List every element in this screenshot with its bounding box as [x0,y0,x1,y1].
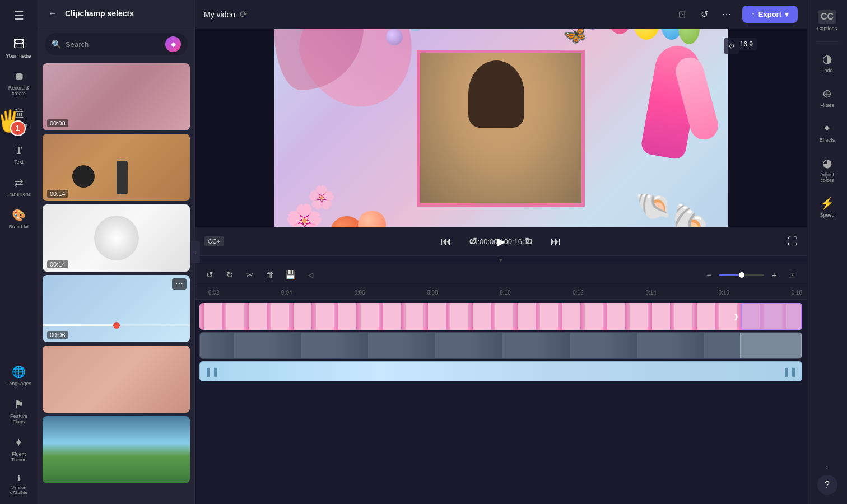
track-audio[interactable]: ❚❚ ❚❚ [199,361,802,381]
effects-icon: ✦ [822,122,832,135]
back-button[interactable]: ← [45,6,61,21]
left-sidebar: ☰ 🎞 Your media ⏺ Record &create 🏛 Conten… [0,0,38,504]
search-bar: 🔍 ◆ [45,33,188,55]
timecode: 00:00:00 / 00:16:10 [469,237,532,246]
right-panel-speed[interactable]: ⚡ Speed [809,191,845,223]
preview-settings-button[interactable]: ⚙ [724,38,739,54]
filters-label: Filters [820,102,834,108]
right-panel-captions[interactable]: CC Captions [809,4,845,37]
adjust-colors-icon: ◕ [822,156,832,170]
zoom-slider[interactable] [719,274,764,276]
right-panel-adjust-colors[interactable]: ◕ Adjustcolors [809,151,845,189]
right-panel-effects[interactable]: ✦ Effects [809,116,845,148]
ruler-mark-0: 0:02 [208,290,219,296]
speed-label: Speed [820,212,834,218]
media-item-5[interactable] [43,346,190,413]
sidebar-item-transitions[interactable]: ⇄ Transitions [2,171,36,202]
sync-icon[interactable]: ⟳ [240,9,247,20]
media-duration-2: 00:14 [47,190,68,198]
video-title: My video ⟳ [204,9,247,20]
export-label: Export [758,10,781,18]
timeline-collapse-button[interactable]: ▾ [195,256,807,264]
right-panel-collapse-arrow[interactable]: › [824,462,830,473]
preview-area: 🐚 🐚 🌸 🌸 🦋 [195,29,807,227]
ruler-mark-2: 0:06 [354,290,365,296]
fade-icon: ◑ [822,52,832,66]
sidebar-item-languages[interactable]: 🌐 Languages [2,361,36,391]
export-button[interactable]: ↑ Export ▾ [742,6,798,23]
fade-label: Fade [821,68,833,73]
right-panel-divider-1 [816,41,839,42]
right-panel: CC Captions ◑ Fade ⊕ Filters ✦ Effects ◕… [807,0,847,504]
zoom-fit-button[interactable]: ⊡ [784,267,800,283]
right-panel-fade[interactable]: ◑ Fade [809,46,845,79]
fluent-theme-icon: ✦ [14,436,24,449]
version-icon: ℹ [17,474,20,483]
ruler-mark-8: 0:18 [792,290,802,296]
right-panel-filters[interactable]: ⊕ Filters [809,81,845,114]
hamburger-button[interactable]: ☰ [2,4,36,27]
media-item-2[interactable]: 00:14 [43,134,190,201]
timeline-toolbar: ↺ ↻ ✂ 🗑 💾 ◁ − + ⊡ [195,264,807,286]
zoom-in-button[interactable]: + [766,267,782,283]
speed-icon: ⚡ [820,197,834,210]
timeline-back-button[interactable]: ◁ [302,267,318,283]
crop-tool-button[interactable]: ⊡ [673,6,691,24]
media-grid: 00:08 00:14 00:14 ⋯ 00:06 [38,61,194,504]
premium-badge[interactable]: ◆ [165,36,181,52]
sidebar-item-version[interactable]: ℹ Versiond72b9de [2,469,36,500]
media-item-6[interactable] [43,416,190,483]
track-video[interactable] [199,332,802,359]
sidebar-item-fluent-theme[interactable]: ✦ FluentTheme [2,431,36,467]
ruler-mark-7: 0:16 [718,290,729,296]
timeline-redo-button[interactable]: ↻ [222,267,238,283]
more-options-button[interactable]: ⋯ [718,6,736,24]
panel-title: Clipchamp selects [65,9,134,18]
skip-end-button[interactable]: ⏭ [547,232,565,250]
filters-icon: ⊕ [822,87,832,100]
brand-kit-icon: 🎨 [12,208,26,222]
media-duration-3: 00:14 [47,260,68,268]
panel-collapse-handle[interactable]: › [191,241,200,263]
record-create-icon: ⏺ [13,70,25,83]
media-more-button[interactable]: ⋯ [172,278,187,290]
captions-icon: CC [818,10,836,24]
main-content: My video ⟳ ⊡ ↺ ⋯ ↑ Export ▾ [195,0,807,504]
video-title-text: My video [204,10,235,19]
undo-button[interactable]: ↺ [695,6,713,24]
media-item-4[interactable]: ⋯ 00:06 Add to timeline 🖐 2 [43,275,190,342]
ruler-mark-3: 0:08 [427,290,438,296]
media-item-3[interactable]: 00:14 [43,204,190,272]
timeline-ruler: 0:02 0:04 0:06 0:08 0:10 0:12 0:14 0:16 … [195,286,807,300]
sidebar-item-content-library[interactable]: 🏛 Contentlibrary 🖐 1 [2,103,36,138]
track-decoration[interactable]: ❱ [199,303,802,330]
sidebar-item-feature-flags[interactable]: ⚑ FeatureFlags [2,393,36,429]
ruler-mark-4: 0:10 [500,290,510,296]
search-input[interactable] [66,40,161,49]
export-dropdown-icon: ▾ [785,10,789,18]
timeline-cut-button[interactable]: ✂ [242,267,258,283]
sidebar-item-brand-kit[interactable]: 🎨 Brand kit [2,204,36,234]
timeline-save-button[interactable]: 💾 [282,267,298,283]
captions-label: Captions [817,26,837,31]
sidebar-item-your-media[interactable]: 🎞 Your media [2,34,36,63]
effects-label: Effects [820,137,835,143]
sidebar-item-record-create[interactable]: ⏺ Record &create [2,66,36,101]
your-media-icon: 🎞 [13,38,25,51]
zoom-out-button[interactable]: − [701,267,717,283]
fullscreen-button[interactable]: ⛶ [788,236,798,248]
media-duration-4: 00:06 [47,331,68,339]
preview-canvas: 🐚 🐚 🌸 🌸 🦋 [274,29,728,227]
ruler-mark-6: 0:14 [645,290,656,296]
skip-start-button[interactable]: ⏮ [437,232,455,250]
timeline-undo-button[interactable]: ↺ [202,267,217,283]
export-icon: ↑ [751,10,755,18]
media-item-1[interactable]: 00:08 [43,63,190,130]
toolbar-icons: ⊡ ↺ ⋯ [673,6,736,24]
timeline-delete-button[interactable]: 🗑 [262,267,278,283]
sidebar-item-text[interactable]: T Text [2,141,36,169]
captions-button[interactable]: CC+ [204,236,224,246]
content-library-icon: 🏛 [13,108,25,120]
help-button[interactable]: ? [817,475,837,495]
text-icon: T [15,145,22,157]
